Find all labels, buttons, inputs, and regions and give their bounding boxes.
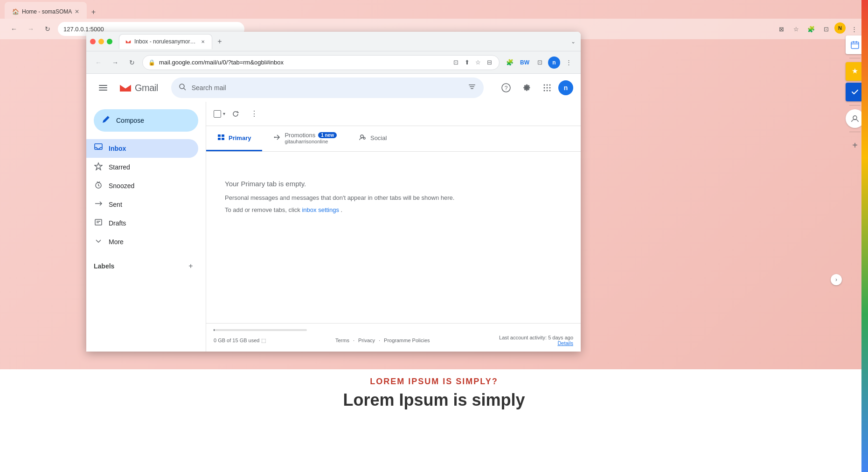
share-icon[interactable]: ⬆: [463, 58, 471, 67]
outer-split-button[interactable]: ⊡: [819, 22, 833, 35]
starred-icon: [94, 162, 103, 172]
svg-rect-28: [218, 138, 221, 140]
gmail-content: ▾ ⋮ Primary: [206, 102, 581, 352]
inbox-settings-link[interactable]: inbox settings: [302, 206, 340, 213]
bg-body: Lorem Ipsum is simply: [343, 390, 525, 410]
svg-point-31: [361, 135, 363, 138]
empty-state-desc1: Personal messages and messages that don'…: [225, 193, 454, 203]
outer-reload-button[interactable]: ↻: [41, 22, 54, 35]
outer-browser-tab[interactable]: 🏠 Home - somaSOMA ✕: [5, 2, 87, 19]
labels-add-button[interactable]: +: [183, 259, 198, 274]
address-box[interactable]: 🔒 mail.google.com/mail/u/0/?tab=rm&ogbl#…: [142, 55, 500, 70]
outer-bookmark-button[interactable]: ☆: [790, 22, 803, 35]
sidebar-item-starred[interactable]: Starred: [86, 158, 198, 176]
settings-button[interactable]: [517, 78, 536, 97]
reload-button[interactable]: ↻: [125, 56, 139, 69]
tab-primary[interactable]: Primary: [206, 126, 262, 151]
gmail-logo[interactable]: Gmail: [118, 80, 158, 95]
svg-rect-8: [469, 85, 475, 85]
hamburger-menu-button[interactable]: [94, 78, 112, 97]
outer-back-button[interactable]: ←: [7, 22, 21, 35]
sidebar-item-inbox[interactable]: Inbox: [86, 139, 198, 158]
empty-state-desc2: To add or remove tabs, click inbox setti…: [225, 206, 342, 213]
drafts-icon: [94, 218, 103, 228]
lock-icon: 🔒: [148, 59, 155, 66]
svg-text:?: ?: [505, 85, 508, 92]
programme-policies-link[interactable]: Programme Policies: [384, 338, 430, 343]
sidebar-item-more[interactable]: More: [86, 232, 198, 251]
social-tab-label: Social: [370, 134, 387, 141]
promotions-tab-icon: [273, 134, 281, 143]
right-sidebar-divider-2: [849, 105, 861, 106]
select-all-checkbox[interactable]: ▾: [214, 110, 225, 118]
window-maximize-button[interactable]: +: [107, 39, 112, 44]
outer-tab-close-btn[interactable]: ✕: [75, 8, 79, 15]
outer-extension-button[interactable]: 🧩: [805, 22, 818, 35]
snoozed-icon: [94, 181, 103, 191]
inner-tab-strip: M Inbox - norulesanymore@ ✕ +: [119, 34, 567, 49]
sidebar-item-snoozed[interactable]: Snoozed: [86, 176, 198, 195]
bookmark-icon[interactable]: ⊟: [485, 58, 493, 67]
tab-social[interactable]: Social: [348, 126, 398, 151]
profile-avatar[interactable]: n: [558, 80, 573, 95]
tab-promotions[interactable]: Promotions 1 new gitauharrisononline: [262, 126, 348, 151]
inner-new-tab-button[interactable]: +: [214, 36, 225, 47]
more-chevron-icon: [94, 237, 103, 247]
svg-rect-4: [99, 90, 107, 91]
split-view-button[interactable]: ⊡: [533, 56, 546, 69]
gmail-app: Gmail Search mail ?: [86, 74, 581, 352]
back-button[interactable]: ←: [92, 56, 105, 69]
inbox-icon: [94, 143, 103, 154]
svg-point-36: [853, 116, 857, 120]
details-link[interactable]: Details: [557, 340, 573, 346]
svg-rect-2: [99, 85, 107, 86]
compose-button[interactable]: Compose: [94, 109, 198, 132]
refresh-button[interactable]: [227, 106, 244, 122]
profile-avatar-small[interactable]: n: [548, 56, 560, 69]
search-filter-icon[interactable]: [468, 83, 476, 93]
email-toolbar: ▾ ⋮: [206, 102, 581, 126]
sidebar-item-drafts[interactable]: Drafts: [86, 214, 198, 232]
extensions-button[interactable]: 🧩: [503, 56, 516, 69]
expand-right-button[interactable]: ›: [831, 274, 842, 285]
checkbox-box[interactable]: [214, 110, 221, 118]
search-bar[interactable]: Search mail: [171, 77, 484, 98]
compose-label: Compose: [116, 117, 144, 124]
storage-bar-fill: [214, 329, 215, 331]
svg-point-6: [180, 84, 184, 89]
outer-cast-button[interactable]: ⊠: [775, 22, 788, 35]
svg-rect-33: [851, 42, 859, 49]
svg-rect-3: [99, 87, 107, 88]
inner-browser-tab[interactable]: M Inbox - norulesanymore@ ✕: [119, 34, 212, 49]
forward-button[interactable]: →: [109, 56, 122, 69]
right-sidebar-divider: [849, 58, 861, 58]
pip-icon[interactable]: ⊡: [451, 58, 460, 67]
browser-menu-button[interactable]: ⋮: [562, 56, 575, 69]
manage-storage-icon[interactable]: ⬚: [261, 338, 266, 344]
checkbox-dropdown-arrow[interactable]: ▾: [223, 111, 225, 116]
star-icon[interactable]: ☆: [474, 58, 482, 67]
gmail-header: Gmail Search mail ?: [86, 74, 581, 102]
apps-button[interactable]: [538, 78, 556, 97]
svg-marker-23: [95, 163, 102, 170]
privacy-link[interactable]: Privacy: [358, 338, 375, 343]
svg-text:M: M: [127, 41, 129, 43]
terms-link[interactable]: Terms: [335, 338, 349, 343]
help-button[interactable]: ?: [497, 78, 515, 97]
outer-browser-window: 🏠 Home - somaSOMA ✕ + ← → ↻ 127.0.0.1:50…: [0, 0, 868, 472]
inner-tab-close-button[interactable]: ✕: [200, 38, 206, 45]
sent-label: Sent: [109, 201, 191, 208]
svg-rect-22: [95, 144, 102, 149]
svg-point-14: [547, 85, 548, 86]
more-toolbar-button[interactable]: ⋮: [246, 106, 263, 122]
window-minimize-button[interactable]: −: [98, 39, 104, 44]
outer-new-tab-button[interactable]: +: [87, 6, 100, 19]
drafts-label: Drafts: [109, 219, 191, 227]
bg-title: LOREM IPSUM IS SIMPLY?: [370, 377, 498, 387]
sidebar-item-sent[interactable]: Sent: [86, 195, 198, 214]
outer-forward-button[interactable]: →: [24, 22, 37, 35]
window-close-button[interactable]: ✕: [90, 39, 96, 44]
header-actions: ? n: [497, 78, 573, 97]
bitwarden-button[interactable]: BW: [518, 56, 531, 69]
inner-browser-expand-button[interactable]: ⌄: [569, 38, 577, 45]
